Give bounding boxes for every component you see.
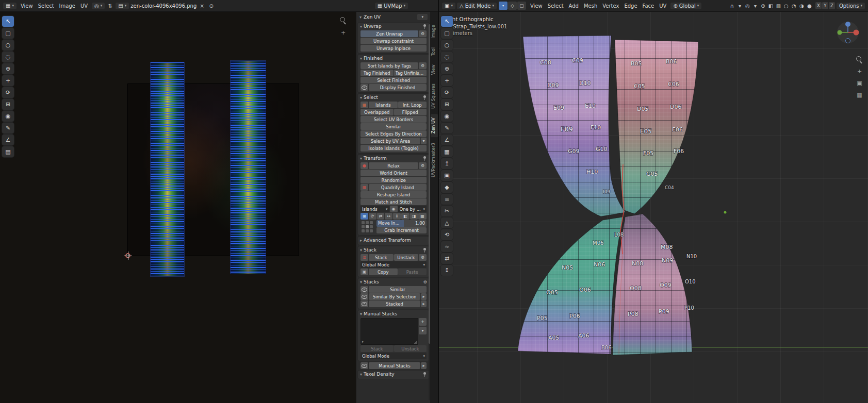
unlink-image-button[interactable]: ×	[198, 3, 206, 9]
quadrify-icon[interactable]: ▦	[361, 184, 368, 191]
options-dropdown[interactable]: Options ▾	[837, 3, 865, 9]
measure-tool[interactable]: ∠	[441, 135, 453, 145]
shrink-fatten-tool[interactable]: ↕	[441, 265, 453, 276]
one-by-button[interactable]: One by ...▾	[398, 206, 427, 212]
menu-face[interactable]: Face	[640, 3, 657, 9]
toggle-ortho-icon[interactable]: ▦	[857, 92, 862, 98]
viewport-canvas[interactable]: C08C09D09D10E09E10F09F10G09G10H10I09B05B…	[439, 12, 868, 403]
edge-select-mode[interactable]: ◇	[508, 2, 517, 10]
pivot-selector[interactable]: ◎▾	[92, 3, 105, 9]
section-header-advanced-transform[interactable]: ▸Advanced Transform	[358, 237, 429, 244]
world-orient-button[interactable]: World Orient	[361, 170, 427, 176]
editor-type-button[interactable]: ▣▾	[442, 3, 455, 9]
face-select-mode[interactable]: ▢	[517, 2, 526, 10]
section-header-stacks[interactable]: ▾Stacks⚙	[358, 278, 429, 286]
move-tool[interactable]: +	[2, 75, 14, 86]
eye-icon[interactable]	[361, 300, 368, 307]
orient-icon-6[interactable]: ◨	[410, 213, 418, 220]
pin-icon[interactable]	[422, 156, 427, 161]
proportional-falloff-dropdown[interactable]: ▾	[751, 3, 759, 9]
relax-icon[interactable]: ●	[361, 162, 368, 169]
pin-icon[interactable]	[422, 95, 427, 100]
eye-icon[interactable]	[361, 293, 368, 300]
section-header-finished[interactable]: ▾Finished	[358, 55, 429, 62]
menu-vertex[interactable]: Vertex	[600, 3, 621, 9]
tab-view[interactable]: View	[431, 61, 438, 78]
pin-icon[interactable]	[422, 24, 427, 29]
select-box-tool[interactable]: ▢	[2, 28, 14, 39]
tab-uvpackmaster3[interactable]: UVPackmaster3	[431, 139, 438, 181]
orient-icon-7[interactable]: ▦	[418, 213, 427, 220]
list-menu-button[interactable]: ▾	[419, 327, 427, 334]
scale-tool[interactable]: ⊞	[2, 99, 14, 110]
orient-icon-0[interactable]: ⊞	[361, 213, 368, 220]
tag-unfinished-button[interactable]: Tag Unfinished	[394, 70, 427, 76]
unwrap-constraint-button[interactable]: Unwrap constraint	[361, 38, 427, 44]
dropdown-caret-icon[interactable]: ▾	[421, 138, 427, 144]
move-tool[interactable]: +	[441, 75, 453, 86]
section-header-texel-density[interactable]: ▾Texel Density	[358, 371, 429, 378]
tab-zen-uv[interactable]: Zen UV	[431, 114, 438, 137]
paste-button[interactable]: Paste	[398, 268, 427, 275]
camera-view-icon[interactable]: ▣	[857, 80, 862, 87]
orient-icon-2[interactable]: ⇄	[377, 213, 385, 220]
stack-icon[interactable]: ≣	[361, 254, 368, 261]
navigation-gizmo[interactable]	[837, 22, 859, 43]
select-box-tool[interactable]: ▢	[441, 28, 453, 39]
relax-button[interactable]: Relax	[369, 162, 418, 169]
grab-increment-button[interactable]: Grab Increment	[376, 227, 427, 234]
cursor-tool[interactable]: ⊕	[441, 63, 453, 74]
uv-island-strip-right[interactable]	[231, 61, 266, 274]
pan-icon[interactable]: +	[857, 68, 862, 75]
edge-slide-tool[interactable]: ⇄	[441, 253, 453, 264]
editor-type-button[interactable]: ▦▾	[3, 3, 17, 9]
global-mode-button[interactable]: Global Mode▾	[361, 261, 427, 268]
mirror-y-toggle[interactable]: Y	[822, 2, 828, 9]
inset-faces-tool[interactable]: ▣	[441, 170, 453, 181]
pin-icon[interactable]	[422, 247, 427, 253]
show-gizmo-icon[interactable]: ⊕	[759, 3, 767, 9]
unstack-button[interactable]: Unstack	[394, 254, 419, 261]
gear-icon[interactable]: ⚙	[423, 280, 427, 284]
similar-button[interactable]: Similar	[369, 286, 427, 293]
menu-mesh[interactable]: Mesh	[581, 3, 600, 9]
section-header-manual-stacks[interactable]: ▾Manual Stacks	[358, 310, 429, 317]
pin-image-toggle[interactable]: ⊙	[207, 3, 215, 9]
axis-x-ball[interactable]	[854, 30, 859, 36]
match-and-stitch-button[interactable]: Match and Stitch	[361, 198, 427, 205]
mirror-x-toggle[interactable]: X	[815, 2, 822, 9]
uv-island-strip-left[interactable]	[151, 62, 184, 276]
mirror-z-toggle[interactable]: Z	[829, 2, 835, 9]
orient-icon-3[interactable]: ↔	[385, 213, 392, 220]
sort-islands-by-tags-button[interactable]: Sort Islands by Tags	[361, 62, 418, 69]
section-header-stack[interactable]: ▾Stack	[358, 246, 429, 254]
loop-cut-tool[interactable]: ≡	[441, 194, 453, 205]
uv-canvas[interactable]: + ↖▢○◌⊕+⟳⊞◉✎∠▤	[0, 12, 356, 403]
move-increment-slider[interactable]: Move In...1.00	[376, 220, 427, 227]
expand-caret-icon[interactable]: ▸	[421, 293, 427, 300]
gear-icon[interactable]: ⚙	[419, 30, 427, 37]
isolate-islands-toggle-button[interactable]: Isolate Islands (Toggle)	[361, 145, 427, 152]
menu-select[interactable]: Select	[545, 3, 566, 9]
unwrap-inplace-button[interactable]: Unwrap Inplace	[361, 45, 427, 52]
menu-view[interactable]: View	[528, 3, 545, 9]
smooth-tool[interactable]: ≈	[441, 241, 453, 252]
islands-icon[interactable]: ▦	[361, 102, 368, 108]
shading-solid-icon[interactable]: ◔	[790, 3, 798, 9]
zoom-icon[interactable]	[340, 17, 347, 24]
copy-icon[interactable]: ▣	[361, 268, 368, 275]
gear-icon[interactable]: ⚙	[419, 62, 427, 69]
bevel-tool[interactable]: ◆	[441, 182, 453, 193]
gear-icon[interactable]: ⚙	[419, 254, 427, 261]
rotate-tool[interactable]: ⟳	[2, 87, 14, 98]
int-loop-button[interactable]: Int. Loop	[398, 102, 427, 108]
flipped-button[interactable]: Flipped	[394, 109, 427, 115]
menu-view[interactable]: View	[18, 3, 36, 9]
unstack-button[interactable]: Unstack	[394, 345, 427, 352]
shading-wireframe-icon[interactable]: ○	[782, 3, 790, 9]
menu-edge[interactable]: Edge	[621, 3, 640, 9]
image-browse-button[interactable]: ▤▾	[116, 3, 129, 9]
eye-icon[interactable]	[361, 362, 368, 369]
similar-by-selection-button[interactable]: Similar By Selection	[369, 293, 420, 300]
eye-icon[interactable]	[361, 286, 368, 293]
